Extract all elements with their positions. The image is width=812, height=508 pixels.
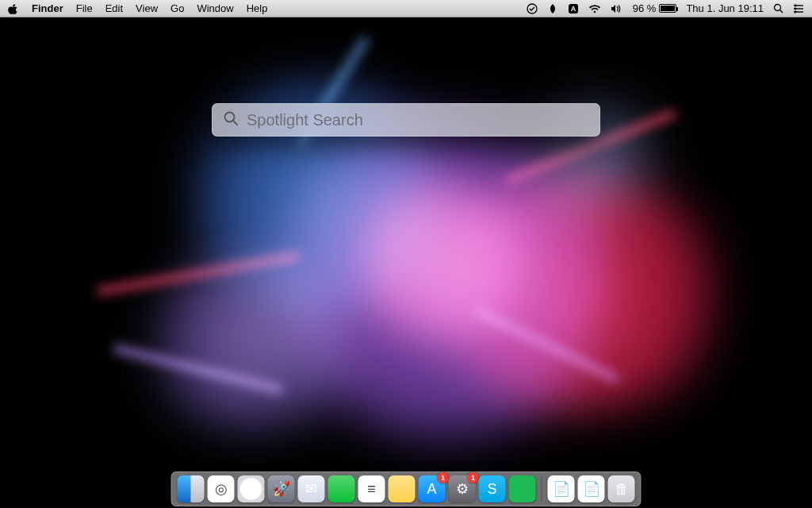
dock-trash-icon[interactable]: 🗑 bbox=[608, 475, 635, 502]
svg-point-3 bbox=[775, 5, 781, 11]
dock-document-2-icon[interactable]: 📄 bbox=[578, 475, 605, 502]
menu-go[interactable]: Go bbox=[170, 2, 184, 14]
desktop-wallpaper bbox=[0, 0, 812, 508]
menu-window[interactable]: Window bbox=[197, 2, 233, 14]
svg-point-9 bbox=[795, 7, 797, 10]
dock-preferences-icon[interactable]: ⚙1 bbox=[449, 475, 476, 502]
spotlight-menu-icon[interactable] bbox=[773, 3, 783, 13]
dock-spotify-icon[interactable] bbox=[509, 475, 536, 502]
svg-line-4 bbox=[780, 10, 783, 13]
battery-icon bbox=[659, 4, 676, 13]
clock[interactable]: Thu 1. Jun 19:11 bbox=[686, 2, 764, 14]
apple-menu-icon[interactable] bbox=[8, 3, 19, 14]
dock-appstore-icon[interactable]: A1 bbox=[419, 475, 446, 502]
dock-appstore-badge: 1 bbox=[438, 472, 449, 483]
notification-center-icon[interactable] bbox=[793, 4, 804, 13]
dock-chrome-icon[interactable]: ◎ bbox=[208, 475, 235, 502]
status-icon-2[interactable] bbox=[547, 3, 558, 14]
battery-status[interactable]: 96 % bbox=[633, 2, 677, 14]
volume-icon[interactable] bbox=[611, 4, 623, 13]
dock-mail-icon[interactable]: ✉ bbox=[298, 475, 325, 502]
dock-preferences-badge: 1 bbox=[468, 472, 479, 483]
app-menu[interactable]: Finder bbox=[32, 2, 63, 14]
status-icon-3[interactable]: A bbox=[568, 3, 579, 14]
wifi-icon[interactable] bbox=[588, 4, 601, 13]
battery-percent-label: 96 % bbox=[633, 2, 657, 14]
menu-bar: Finder File Edit View Go Window Help A 9… bbox=[0, 0, 812, 17]
menu-help[interactable]: Help bbox=[247, 2, 268, 14]
dock: ◎✦🚀✉≡A1⚙1S📄📄🗑 bbox=[171, 471, 642, 506]
menu-file[interactable]: File bbox=[76, 2, 93, 14]
dock-reminders-icon[interactable]: ≡ bbox=[358, 475, 385, 502]
dock-notes-icon[interactable] bbox=[389, 475, 416, 502]
dock-safari-icon[interactable]: ✦ bbox=[238, 475, 265, 502]
dock-finder-icon[interactable] bbox=[178, 475, 205, 502]
dock-messages-icon[interactable] bbox=[328, 475, 355, 502]
dock-skype-icon[interactable]: S bbox=[479, 475, 506, 502]
menu-view[interactable]: View bbox=[136, 2, 158, 14]
svg-point-10 bbox=[795, 10, 797, 13]
dock-launchpad-icon[interactable]: 🚀 bbox=[268, 475, 295, 502]
search-icon bbox=[223, 110, 239, 129]
menu-edit[interactable]: Edit bbox=[105, 2, 123, 14]
svg-text:A: A bbox=[571, 5, 576, 13]
svg-line-12 bbox=[233, 121, 237, 125]
dock-document-1-icon[interactable]: 📄 bbox=[548, 475, 575, 502]
spotlight-search-input[interactable] bbox=[247, 111, 589, 129]
svg-point-8 bbox=[795, 4, 797, 6]
dock-separator bbox=[542, 475, 542, 502]
spotlight-search-panel[interactable] bbox=[212, 103, 600, 137]
svg-point-0 bbox=[527, 4, 537, 13]
status-icon-1[interactable] bbox=[527, 3, 538, 14]
